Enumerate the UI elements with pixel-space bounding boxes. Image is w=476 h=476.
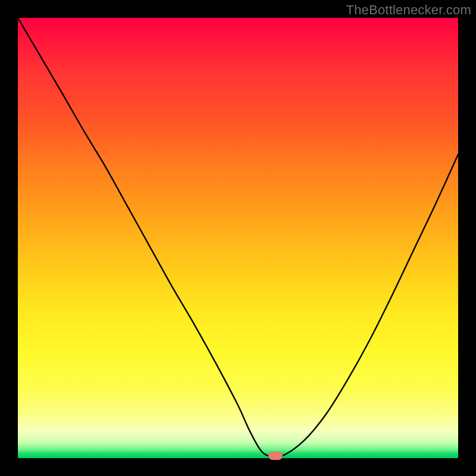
bottleneck-curve — [18, 18, 458, 458]
plot-area — [18, 18, 458, 458]
watermark-label: TheBottlenecker.com — [346, 2, 471, 18]
optimum-marker-icon — [268, 452, 283, 460]
chart-frame: TheBottlenecker.com — [0, 0, 476, 476]
